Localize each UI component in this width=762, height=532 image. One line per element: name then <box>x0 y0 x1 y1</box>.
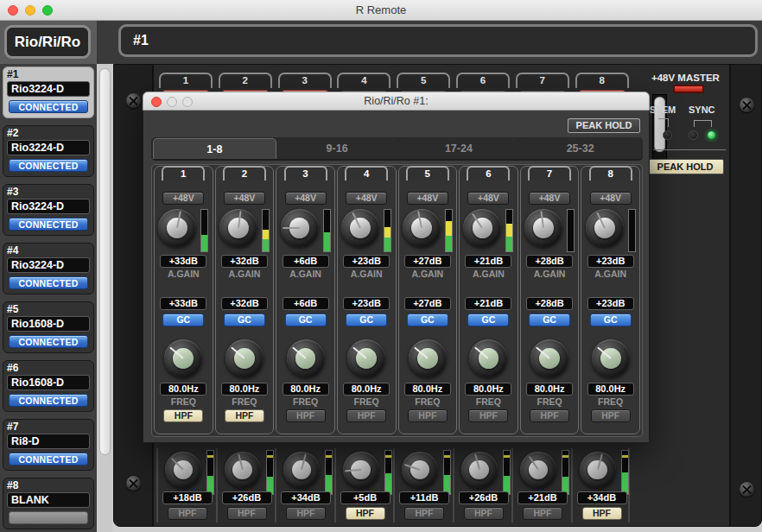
analog-gain-knob[interactable] <box>524 209 562 247</box>
gain-value: +34dB <box>281 491 331 504</box>
analog-gain-knob[interactable] <box>463 209 501 247</box>
device-list-item[interactable]: #7 Ri8-D CONNECTED <box>3 419 94 471</box>
analog-gain-knob[interactable] <box>586 209 624 247</box>
hpf-button[interactable]: HPF <box>530 409 569 422</box>
hpf-button[interactable]: HPF <box>225 409 264 422</box>
gain-compensation-button[interactable]: GC <box>407 314 448 326</box>
analog-gain-knob[interactable] <box>219 209 257 247</box>
gain-value: +11dB <box>399 491 449 504</box>
level-meter <box>503 450 511 495</box>
hpf-button[interactable]: HPF <box>346 507 385 520</box>
hpf-button[interactable]: HPF <box>346 409 386 422</box>
phantom-48v-button[interactable]: +48V <box>162 192 204 205</box>
dialog-titlebar[interactable]: Rio/Ri/Ro #1: <box>143 92 650 111</box>
hpf-freq-label: FREQ <box>232 396 257 407</box>
hpf-button[interactable]: HPF <box>523 507 562 520</box>
dialog-peak-hold-button[interactable]: PEAK HOLD <box>568 118 640 133</box>
rack-right-edge <box>729 65 761 526</box>
sidebar-scrollbar-thumb[interactable] <box>99 68 111 455</box>
analog-gain-knob[interactable] <box>580 452 616 488</box>
analog-gain-knob[interactable] <box>461 452 498 488</box>
unit-header: #1 <box>118 24 758 57</box>
phantom-48v-button[interactable]: +48V <box>407 192 448 205</box>
hpf-button[interactable]: HPF <box>464 507 504 520</box>
device-id: #5 <box>7 304 90 315</box>
channel-strip: 8 +48V +23dB <box>581 166 640 434</box>
hpf-freq-knob[interactable] <box>225 339 264 377</box>
rack-peak-hold-button[interactable]: PEAK HOLD <box>646 159 724 174</box>
rack-bottom-channel: +18dB HPF <box>156 448 216 522</box>
device-list-item[interactable]: #6 Rio1608-D CONNECTED <box>3 360 94 412</box>
analog-gain-knob[interactable] <box>283 452 320 488</box>
analog-gain-knob[interactable] <box>225 452 261 488</box>
hpf-freq-knob[interactable] <box>530 339 568 377</box>
hpf-freq-knob[interactable] <box>164 339 202 377</box>
hpf-button[interactable]: HPF <box>163 409 203 422</box>
device-list-item[interactable]: #4 Rio3224-D CONNECTED <box>3 243 94 294</box>
hpf-button[interactable]: HPF <box>582 507 622 520</box>
hpf-button[interactable]: HPF <box>591 409 631 422</box>
gain-compensation-button[interactable]: GC <box>590 314 632 326</box>
analog-gain-knob[interactable] <box>165 452 201 488</box>
gain-compensation-button[interactable]: GC <box>467 314 509 326</box>
phantom-48v-button[interactable]: +48V <box>224 192 265 205</box>
gain-value: +26dB <box>222 491 272 504</box>
level-meter <box>621 450 629 495</box>
phantom-master-indicator[interactable] <box>673 85 704 93</box>
level-meter <box>445 209 453 252</box>
rack-bottom-channel: +11dB HPF <box>393 448 453 522</box>
hpf-button[interactable]: HPF <box>168 507 207 520</box>
gain-compensation-button[interactable]: GC <box>162 314 204 326</box>
hpf-button[interactable]: HPF <box>408 409 448 422</box>
hpf-freq-knob[interactable] <box>287 339 325 377</box>
hpf-button[interactable]: HPF <box>286 507 326 520</box>
analog-gain-value: +23dB <box>343 255 390 268</box>
channel-bank-tab[interactable]: 1-8 <box>153 138 276 159</box>
channel-bank-tab[interactable]: 25-32 <box>519 138 641 159</box>
channel-strip: 1 +48V +33dB <box>154 166 213 434</box>
channel-bank-tab[interactable]: 9-16 <box>276 138 398 159</box>
device-list-item[interactable]: #5 Rio1608-D CONNECTED <box>3 301 94 353</box>
phantom-48v-button[interactable]: +48V <box>285 192 327 205</box>
analog-gain-knob[interactable] <box>341 209 379 247</box>
device-list-item[interactable]: #1 Rio3224-D CONNECTED <box>3 66 94 118</box>
hpf-freq-knob[interactable] <box>592 339 630 377</box>
analog-gain-knob[interactable] <box>281 209 319 247</box>
rack-channel-tab: 2 <box>219 73 272 88</box>
gain-compensation-button[interactable]: GC <box>529 314 570 326</box>
rack-channel-tab: 7 <box>516 73 569 88</box>
hpf-freq-knob[interactable] <box>469 339 507 377</box>
analog-gain-value: +6dB <box>283 255 329 268</box>
phantom-48v-button[interactable]: +48V <box>529 192 570 205</box>
analog-gain-knob[interactable] <box>520 452 556 488</box>
device-type-button[interactable]: Rio/Ri/Ro <box>4 25 91 59</box>
phantom-48v-button[interactable]: +48V <box>590 192 632 205</box>
gain-compensation-button[interactable]: GC <box>224 314 265 326</box>
device-list-item[interactable]: #3 Rio3224-D CONNECTED <box>3 184 94 236</box>
gain-value: +18dB <box>162 491 213 504</box>
analog-gain-knob[interactable] <box>402 452 438 488</box>
rack-bottom-channels: +18dB HPF +26dB HPF <box>156 448 630 522</box>
hpf-button[interactable]: HPF <box>227 507 267 520</box>
hpf-freq-knob[interactable] <box>409 339 447 377</box>
gain-compensation-button[interactable]: GC <box>346 314 387 326</box>
hpf-button[interactable]: HPF <box>404 507 444 520</box>
hpf-button[interactable]: HPF <box>286 409 326 422</box>
gain-compensation-button[interactable]: GC <box>285 314 327 326</box>
phantom-48v-button[interactable]: +48V <box>467 192 509 205</box>
hpf-freq-knob[interactable] <box>347 339 385 377</box>
phantom-48v-button[interactable]: +48V <box>346 192 387 205</box>
channel-strip: 5 +48V +27dB <box>398 166 458 434</box>
sidebar-scrollbar[interactable] <box>98 64 112 532</box>
gc-gain-value: +27dB <box>404 297 451 310</box>
analog-gain-knob[interactable] <box>158 209 196 247</box>
device-id: #7 <box>7 421 90 433</box>
device-list-item[interactable]: #2 Rio3224-D CONNECTED <box>3 125 94 177</box>
device-list-item[interactable]: #8 BLANK <box>3 478 94 529</box>
channel-bank-tab[interactable]: 17-24 <box>398 138 520 159</box>
analog-gain-knob[interactable] <box>403 209 441 247</box>
analog-gain-knob[interactable] <box>343 452 379 488</box>
hpf-button[interactable]: HPF <box>468 409 508 422</box>
analog-gain-label: A.GAIN <box>594 269 626 279</box>
level-meter <box>567 209 575 252</box>
